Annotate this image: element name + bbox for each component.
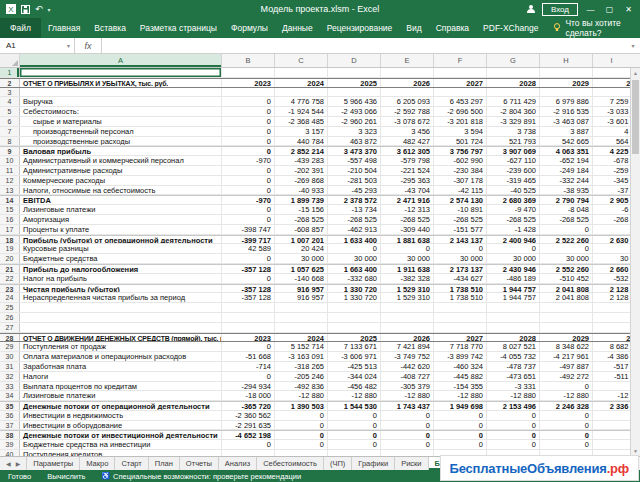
cell-I39[interactable]: 0 (593, 440, 630, 449)
cell-G10[interactable]: -627 110 (487, 156, 540, 165)
cell-C16[interactable]: -268 525 (275, 215, 328, 224)
cell-H24[interactable]: 2 041 808 (540, 293, 593, 302)
cell-A26[interactable] (20, 313, 222, 322)
cell-I33[interactable]: 0 (593, 382, 630, 391)
row-header-2[interactable]: 2 (0, 79, 20, 87)
sheet-tab-8[interactable]: (ЧП) (324, 457, 352, 470)
cell-C35[interactable]: 1 390 503 (275, 402, 328, 410)
cell-B32[interactable]: 0 (222, 372, 275, 381)
cell-F31[interactable]: -460 324 (434, 362, 487, 371)
cell-C29[interactable]: 5 152 714 (275, 342, 328, 351)
cell-C4[interactable]: 4 776 758 (275, 97, 328, 106)
cell-H34[interactable]: -12 880 (540, 391, 593, 400)
cell-C13[interactable]: -40 933 (275, 186, 328, 195)
cell-B25[interactable] (222, 303, 275, 312)
cell-C14[interactable]: 1 899 739 (275, 196, 328, 204)
cell-E38[interactable]: 0 (381, 431, 434, 439)
minimize-button[interactable]: — (584, 5, 597, 14)
row-header-33[interactable]: 33 (0, 382, 20, 391)
cell-H26[interactable] (540, 313, 593, 322)
cell-E7[interactable]: 3 456 (381, 127, 434, 136)
row-header-8[interactable]: 8 (0, 137, 20, 146)
cell-C20[interactable]: 30 000 (275, 254, 328, 263)
cell-G19[interactable]: 0 (487, 244, 540, 253)
cell-I28[interactable]: 2030 (593, 334, 630, 342)
cell-E35[interactable]: 1 743 437 (381, 402, 434, 410)
cell-B18[interactable]: -399 717 (222, 236, 275, 244)
cell-H21[interactable]: 2 552 260 (540, 265, 593, 273)
sheet-tab-10[interactable]: Риски (395, 457, 428, 470)
cell-G18[interactable]: 2 400 946 (487, 236, 540, 244)
row-header-7[interactable]: 7 (0, 127, 20, 136)
row-header-30[interactable]: 30 (0, 352, 20, 361)
cell-G35[interactable]: 2 153 496 (487, 402, 540, 410)
cell-E6[interactable]: -3 078 672 (381, 117, 434, 126)
cell-G36[interactable]: 0 (487, 411, 540, 420)
cell-D4[interactable]: 5 966 436 (328, 97, 381, 106)
cell-C17[interactable]: -608 857 (275, 225, 328, 234)
cell-D18[interactable]: 1 633 400 (328, 236, 381, 244)
cell-C22[interactable]: -140 668 (275, 274, 328, 283)
cell-C6[interactable]: -2 368 485 (275, 117, 328, 126)
cell-B17[interactable]: -398 747 (222, 225, 275, 234)
ribbon-tab-page-layout[interactable]: Разметка страницы (133, 18, 224, 38)
cell-D23[interactable]: 1 330 720 (328, 285, 381, 293)
cell-C40[interactable] (275, 450, 328, 456)
qat-customize-icon[interactable]: ▾ (48, 6, 51, 13)
cell-G38[interactable]: 0 (487, 431, 540, 439)
cell-E16[interactable]: -268 525 (381, 215, 434, 224)
row-header-14[interactable]: 14 (0, 196, 20, 204)
cell-D38[interactable]: 0 (328, 431, 381, 439)
row-header-37[interactable]: 37 (0, 421, 20, 430)
cell-E12[interactable]: -295 363 (381, 176, 434, 185)
cell-I2[interactable]: 2030 (593, 79, 630, 87)
save-icon[interactable] (21, 5, 30, 14)
cell-D10[interactable]: -557 498 (328, 156, 381, 165)
tell-me-box[interactable]: Что вы хотите сделать? (545, 18, 640, 38)
row-header-22[interactable]: 22 (0, 274, 20, 283)
cell-D33[interactable]: -456 482 (328, 382, 381, 391)
cell-H30[interactable]: -4 217 961 (540, 352, 593, 361)
row-header-18[interactable]: 18 (0, 236, 20, 244)
cell-D35[interactable]: 1 544 530 (328, 402, 381, 410)
cell-E32[interactable]: -408 727 (381, 372, 434, 381)
cell-C34[interactable]: -12 880 (275, 391, 328, 400)
cell-H23[interactable]: 2 041 808 (540, 285, 593, 293)
cell-A19[interactable]: Курсовые разницы (20, 244, 222, 253)
cell-E4[interactable]: 6 205 093 (381, 97, 434, 106)
cell-F30[interactable]: -3 899 742 (434, 352, 487, 361)
status-accessibility[interactable]: ♿ Специальные возможности: проверьте рек… (101, 472, 301, 481)
row-header-12[interactable]: 12 (0, 176, 20, 185)
cell-E1[interactable] (381, 68, 434, 77)
cell-E26[interactable] (381, 313, 434, 322)
cell-B40[interactable] (222, 450, 275, 456)
cell-C27[interactable] (275, 323, 328, 332)
row-header-23[interactable]: 23 (0, 285, 20, 293)
cell-H36[interactable]: 0 (540, 411, 593, 420)
undo-icon[interactable]: ↶ (35, 5, 43, 14)
cell-G9[interactable]: 3 907 069 (487, 147, 540, 155)
cell-E14[interactable]: 2 471 916 (381, 196, 434, 204)
cell-E8[interactable]: 482 427 (381, 137, 434, 146)
cell-G1[interactable] (487, 68, 540, 77)
column-header-F[interactable]: F (434, 54, 487, 67)
column-header-A[interactable]: A (20, 54, 222, 67)
cell-A12[interactable]: Коммерческие расходы (20, 176, 222, 185)
cell-D2[interactable]: 2025 (328, 79, 381, 87)
cell-B24[interactable]: -357 128 (222, 293, 275, 302)
row-header-1[interactable]: 1 (0, 68, 20, 77)
cell-A22[interactable]: Налог на прибыль (20, 274, 222, 283)
cell-F27[interactable] (434, 323, 487, 332)
cell-F34[interactable]: -12 880 (434, 391, 487, 400)
cell-B20[interactable]: 0 (222, 254, 275, 263)
cell-F11[interactable]: -230 384 (434, 166, 487, 175)
cell-D11[interactable]: -210 504 (328, 166, 381, 175)
cell-D14[interactable]: 2 378 572 (328, 196, 381, 204)
cell-D29[interactable]: 7 133 671 (328, 342, 381, 351)
cell-F15[interactable]: -10 891 (434, 205, 487, 214)
cell-E39[interactable]: 0 (381, 440, 434, 449)
cell-F26[interactable] (434, 313, 487, 322)
cell-G16[interactable]: -268 525 (487, 215, 540, 224)
cell-A9[interactable]: Валовая прибыль (20, 147, 222, 155)
cell-I4[interactable]: 7 259 081 (593, 97, 630, 106)
